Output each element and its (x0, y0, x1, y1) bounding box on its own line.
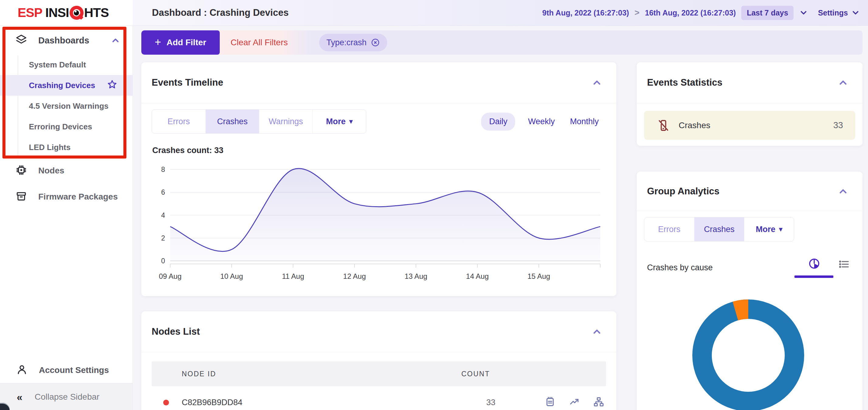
crashes-stat-row[interactable]: Crashes 33 (644, 111, 855, 140)
crashes-by-cause-donut-chart (690, 298, 806, 410)
crashes-by-cause-label: Crashes by cause (647, 263, 713, 272)
page-title: Dashboard : Crashing Devices (152, 7, 289, 18)
date-range-end[interactable]: 16th Aug, 2022 (16:27:03) (645, 8, 736, 17)
chevron-down-icon[interactable] (799, 8, 808, 17)
timeline-toolbar: Errors Crashes Warnings More▾ Daily Week… (152, 109, 601, 134)
date-range-start[interactable]: 9th Aug, 2022 (16:27:03) (542, 8, 629, 17)
events-timeline-title: Events Timeline (152, 77, 223, 88)
logo-esp-text: ESP (18, 5, 42, 20)
sitemap-icon[interactable] (593, 396, 604, 408)
sidebar-item-crashing-devices[interactable]: Crashing Devices (0, 75, 133, 96)
star-icon[interactable] (107, 79, 118, 92)
sidebar: Dashboards System Default Crashing Devic… (0, 26, 133, 410)
x-axis-tick-label: 12 Aug (333, 272, 376, 281)
sidebar-item-nodes[interactable]: Nodes (0, 162, 132, 180)
granularity-weekly[interactable]: Weekly (525, 113, 557, 131)
view-toggles (808, 257, 850, 278)
eye-icon (70, 6, 84, 20)
y-axis-tick-label: 2 (147, 234, 165, 242)
table-row[interactable]: C82B96B9DD84 33 (152, 386, 606, 410)
node-count-value: 33 (479, 398, 503, 407)
tab-crashes[interactable]: Crashes (206, 110, 259, 133)
topbar-main: Dashboard : Crashing Devices 9th Aug, 20… (133, 0, 868, 26)
logo-insi-text: INSI (45, 5, 69, 20)
tab-errors[interactable]: Errors (152, 110, 206, 133)
node-id-value[interactable]: C82B96B9DD84 (182, 398, 243, 407)
tab-errors[interactable]: Errors (644, 217, 694, 241)
events-statistics-header: Events Statistics (637, 62, 863, 103)
sidebar-item-label: LED Lights (29, 143, 70, 152)
sidebar-nav: Dashboards System Default Crashing Devic… (0, 26, 132, 206)
filter-bar: + Add Filter Clear All Filters Type:cras… (141, 30, 863, 55)
x-axis-tick-label: 14 Aug (456, 272, 499, 281)
double-chevron-left-icon: « (17, 392, 23, 402)
remove-filter-icon[interactable] (371, 38, 380, 47)
firmware-packages-label: Firmware Packages (38, 192, 118, 202)
nodes-list-header: Nodes List (141, 311, 616, 352)
trend-icon[interactable] (569, 396, 580, 408)
events-statistics-card: Events Statistics Crashes 33 (637, 62, 863, 146)
report-icon[interactable] (544, 396, 556, 408)
sidebar-item-label: 4.5 Version Warnings (29, 101, 108, 111)
time-range-selector[interactable]: Last 7 days (741, 6, 794, 20)
sidebar-item-account-settings[interactable]: Account Settings (0, 359, 132, 381)
sidebar-item-firmware-packages[interactable]: Firmware Packages (0, 188, 132, 206)
pie-chart-view-icon[interactable] (808, 257, 820, 278)
tab-more[interactable]: More▾ (312, 110, 366, 133)
event-type-tabs: Errors Crashes Warnings More▾ (152, 109, 366, 134)
collapse-card-icon[interactable] (591, 326, 602, 337)
row-actions (544, 396, 604, 408)
caret-down-icon: ▾ (779, 226, 782, 233)
settings-menu[interactable]: Settings (818, 8, 860, 17)
main-content: + Add Filter Clear All Filters Type:cras… (133, 26, 868, 410)
dashboards-label: Dashboards (38, 36, 89, 45)
sidebar-item-45-version-warnings[interactable]: 4.5 Version Warnings (18, 96, 132, 116)
y-axis-tick-label: 0 (147, 257, 165, 265)
tab-label: More (326, 117, 346, 126)
granularity-daily[interactable]: Daily (481, 113, 515, 131)
chevron-up-icon[interactable] (111, 36, 120, 45)
logo-hts-text: HTS (84, 5, 109, 20)
collapse-sidebar-label: Collapse Sidebar (35, 392, 99, 402)
sidebar-item-dashboards[interactable]: Dashboards (0, 32, 132, 49)
collapse-card-icon[interactable] (591, 77, 602, 88)
chevron-down-icon (851, 8, 860, 17)
tab-label: Errors (658, 225, 680, 234)
app-window: ESPINSIHTS Dashboard : Crashing Devices … (0, 0, 868, 410)
layers-icon (15, 34, 27, 47)
chart-title: Crashes count: 33 (152, 146, 616, 155)
list-view-icon[interactable] (838, 257, 850, 272)
tab-more[interactable]: More▾ (744, 217, 794, 241)
person-icon (16, 364, 28, 377)
nodes-list-card: Nodes List NODE ID COUNT C82B96B9DD84 33 (141, 311, 616, 410)
add-filter-button[interactable]: + Add Filter (141, 30, 220, 55)
collapse-sidebar-button[interactable]: « Collapse Sidebar (0, 383, 132, 410)
group-analytics-tabs: Errors Crashes More▾ (644, 217, 794, 241)
filter-chip-type-crash[interactable]: Type:crash (319, 34, 387, 51)
tab-warnings[interactable]: Warnings (259, 110, 312, 133)
topbar-right: 9th Aug, 2022 (16:27:03) > 16th Aug, 202… (542, 6, 860, 20)
settings-label: Settings (818, 8, 848, 17)
sidebar-item-label: Erroring Devices (29, 122, 92, 132)
collapse-card-icon[interactable] (838, 77, 848, 88)
dashboards-sublist: System Default Crashing Devices 4.5 Vers… (18, 54, 132, 158)
sidebar-item-erroring-devices[interactable]: Erroring Devices (18, 116, 132, 137)
esp-insights-logo: ESPINSIHTS (18, 5, 109, 20)
topbar-logo-area: ESPINSIHTS (0, 0, 133, 26)
sidebar-item-system-default[interactable]: System Default (18, 54, 132, 75)
nodes-label: Nodes (38, 166, 64, 175)
table-header: NODE ID COUNT (152, 362, 606, 386)
status-dot-red (163, 400, 169, 405)
sidebar-item-led-lights[interactable]: LED Lights (18, 137, 132, 158)
group-analytics-title: Group Analytics (647, 186, 719, 197)
account-settings-label: Account Settings (39, 365, 109, 375)
tab-label: Errors (167, 117, 190, 126)
chip-icon (15, 164, 27, 177)
clear-all-filters-button[interactable]: Clear All Filters (220, 30, 311, 55)
tab-crashes[interactable]: Crashes (694, 217, 744, 241)
events-timeline-card: Events Timeline Errors Crashes Warnings … (141, 62, 616, 296)
granularity-monthly[interactable]: Monthly (567, 113, 601, 131)
collapse-card-icon[interactable] (838, 186, 848, 197)
group-analytics-toolbar: Errors Crashes More▾ (644, 217, 855, 241)
package-icon (15, 190, 27, 203)
